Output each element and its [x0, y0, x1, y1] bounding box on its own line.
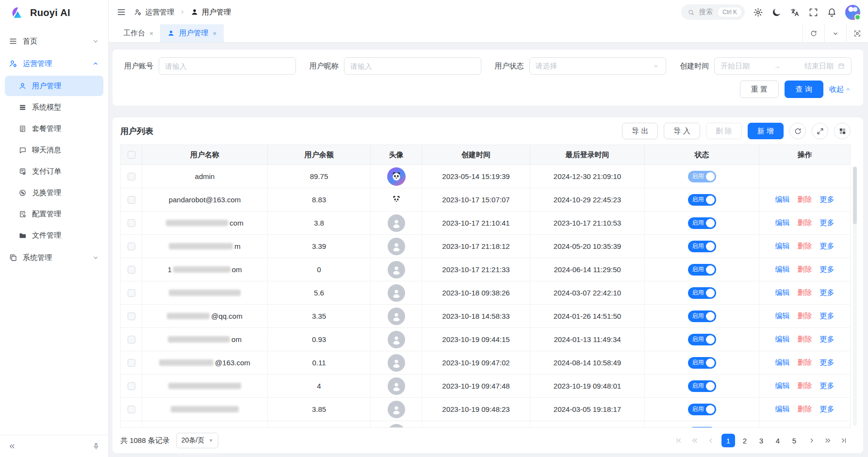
- sidebar-item-package[interactable]: 套餐管理: [5, 118, 103, 139]
- global-search[interactable]: 搜索 Ctrl K: [681, 4, 745, 20]
- hamburger-menu-icon[interactable]: [116, 7, 126, 17]
- status-toggle[interactable]: 启用: [688, 427, 716, 428]
- delete-link[interactable]: 删除: [798, 335, 812, 344]
- row-checkbox[interactable]: [128, 406, 135, 413]
- status-toggle[interactable]: 启用: [688, 357, 716, 369]
- status-toggle[interactable]: 启用: [688, 241, 716, 252]
- breadcrumb-user-management[interactable]: 用户管理: [191, 8, 231, 17]
- next-page-button[interactable]: [805, 434, 819, 447]
- refresh-tab-button[interactable]: [802, 24, 824, 42]
- delete-link[interactable]: 删除: [798, 358, 812, 367]
- edit-link[interactable]: 编辑: [775, 218, 790, 228]
- tab-list-dropdown[interactable]: [824, 24, 846, 42]
- row-checkbox[interactable]: [128, 173, 135, 180]
- status-toggle[interactable]: 启用: [688, 310, 716, 322]
- search-button[interactable]: 查 询: [785, 81, 823, 98]
- brand-logo[interactable]: Ruoyi AI: [0, 0, 108, 25]
- sidebar-item-operations[interactable]: 运营管理: [0, 52, 108, 75]
- jump-forward-button[interactable]: [821, 434, 835, 447]
- collapse-filters-link[interactable]: 收起: [829, 85, 852, 94]
- fullscreen-icon[interactable]: [808, 7, 819, 17]
- delete-link[interactable]: 删除: [798, 195, 812, 204]
- more-link[interactable]: 更多: [820, 288, 835, 297]
- page-button-4[interactable]: 4: [771, 434, 785, 447]
- sidebar-item-config[interactable]: 配置管理: [5, 204, 103, 224]
- edit-link[interactable]: 编辑: [775, 195, 790, 204]
- more-link[interactable]: 更多: [820, 381, 835, 391]
- fullscreen-table-button[interactable]: [812, 123, 828, 139]
- page-size-select[interactable]: 20条/页 ▼: [176, 433, 218, 448]
- status-select[interactable]: 请选择: [529, 57, 667, 75]
- sidebar-item-exchange[interactable]: 兑换管理: [5, 182, 103, 203]
- row-checkbox[interactable]: [128, 289, 135, 297]
- more-link[interactable]: 更多: [820, 218, 835, 228]
- page-button-1[interactable]: 1: [721, 434, 735, 447]
- row-checkbox[interactable]: [128, 359, 135, 367]
- sidebar-item-home[interactable]: 首页: [0, 30, 108, 52]
- page-button-5[interactable]: 5: [787, 434, 801, 447]
- gear-icon[interactable]: [753, 7, 763, 17]
- select-all-checkbox[interactable]: [128, 151, 135, 159]
- column-settings-button[interactable]: [834, 123, 851, 139]
- delete-link[interactable]: 删除: [798, 311, 812, 321]
- delete-link[interactable]: 删除: [798, 242, 812, 251]
- prev-page-button[interactable]: [704, 434, 718, 447]
- status-toggle[interactable]: 启用: [688, 264, 716, 276]
- row-checkbox[interactable]: [128, 382, 135, 390]
- delete-link[interactable]: 删除: [798, 288, 812, 297]
- sidebar-item-model[interactable]: 系统模型: [5, 97, 103, 117]
- row-checkbox[interactable]: [128, 336, 135, 343]
- status-toggle[interactable]: 启用: [688, 334, 716, 345]
- row-checkbox[interactable]: [128, 196, 135, 204]
- add-button[interactable]: 新 增: [748, 123, 784, 139]
- scrollbar-thumb[interactable]: [853, 167, 857, 224]
- sidebar-item-file[interactable]: 文件管理: [5, 225, 103, 245]
- status-toggle[interactable]: 启用: [688, 404, 716, 415]
- tab-workbench[interactable]: 工作台 ×: [116, 24, 161, 42]
- tab-user-management[interactable]: 用户管理 ×: [161, 24, 224, 42]
- account-input[interactable]: [159, 57, 296, 75]
- status-toggle[interactable]: 启用: [688, 194, 716, 206]
- row-checkbox[interactable]: [128, 219, 135, 227]
- sidebar-item-system[interactable]: 系统管理: [0, 246, 108, 269]
- sidebar-item-user[interactable]: 用户管理: [5, 76, 103, 96]
- more-link[interactable]: 更多: [820, 311, 835, 321]
- delete-link[interactable]: 删除: [798, 218, 812, 228]
- more-link[interactable]: 更多: [820, 335, 835, 344]
- row-checkbox[interactable]: [128, 243, 135, 250]
- more-link[interactable]: 更多: [820, 265, 835, 274]
- pin-icon[interactable]: [91, 441, 101, 452]
- edit-link[interactable]: 编辑: [775, 381, 790, 391]
- jump-back-button[interactable]: [688, 434, 702, 447]
- edit-link[interactable]: 编辑: [775, 335, 790, 344]
- more-link[interactable]: 更多: [820, 358, 835, 367]
- more-link[interactable]: 更多: [820, 405, 835, 414]
- edit-link[interactable]: 编辑: [775, 288, 790, 297]
- first-page-button[interactable]: [672, 434, 686, 447]
- breadcrumb-operations[interactable]: 运营管理: [134, 8, 174, 17]
- bell-icon[interactable]: [827, 7, 837, 17]
- row-checkbox[interactable]: [128, 312, 135, 320]
- sidebar-item-chat[interactable]: 聊天消息: [5, 140, 103, 160]
- delete-link[interactable]: 删除: [798, 405, 812, 414]
- more-link[interactable]: 更多: [820, 195, 835, 204]
- page-button-3[interactable]: 3: [754, 434, 768, 447]
- status-toggle[interactable]: 启用: [688, 380, 716, 392]
- more-link[interactable]: 更多: [820, 242, 835, 251]
- sidebar-item-order[interactable]: 支付订单: [5, 161, 103, 181]
- edit-link[interactable]: 编辑: [775, 242, 790, 251]
- date-range-picker[interactable]: 开始日期 → 结束日期: [714, 57, 852, 75]
- page-button-2[interactable]: 2: [738, 434, 752, 447]
- edit-link[interactable]: 编辑: [775, 311, 790, 321]
- close-icon[interactable]: ×: [213, 30, 216, 37]
- nickname-input[interactable]: [344, 57, 481, 75]
- edit-link[interactable]: 编辑: [775, 405, 790, 414]
- maximize-content-button[interactable]: [846, 24, 868, 42]
- edit-link[interactable]: 编辑: [775, 358, 790, 367]
- row-checkbox[interactable]: [128, 266, 135, 274]
- delete-link[interactable]: 删除: [798, 265, 812, 274]
- dark-mode-moon-icon[interactable]: [771, 7, 782, 17]
- delete-link[interactable]: 删除: [798, 381, 812, 391]
- export-button[interactable]: 导 出: [622, 123, 658, 139]
- edit-link[interactable]: 编辑: [775, 265, 790, 274]
